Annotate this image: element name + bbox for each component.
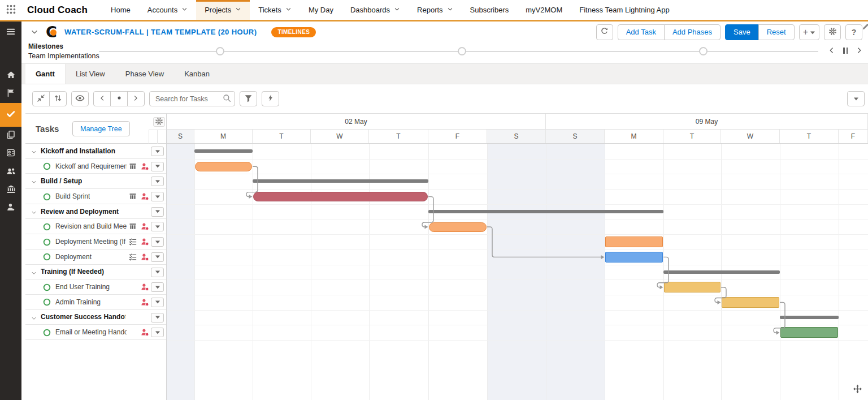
milestone-pause-button[interactable]	[843, 48, 848, 54]
tab-list-view[interactable]: List View	[66, 64, 115, 84]
row-dropdown-button[interactable]	[151, 222, 164, 231]
nav-item-home[interactable]: Home	[102, 0, 139, 20]
gantt-task-bar-deployment-meeting-if-nee[interactable]	[605, 236, 663, 247]
row-dropdown-button[interactable]	[151, 252, 164, 262]
milestone-marker-1[interactable]	[216, 47, 224, 55]
pan-move-icon[interactable]	[853, 384, 862, 396]
gantt-phase-bar-review-and-deployment[interactable]	[428, 210, 663, 213]
phase-row-review-and-deployment[interactable]: Review and Deployment	[25, 204, 166, 220]
task-status-circle[interactable]	[43, 298, 51, 308]
sidebar-item-flag[interactable]	[0, 85, 21, 103]
nav-item-projects[interactable]: Projects	[196, 0, 250, 20]
milestone-marker-2[interactable]	[458, 47, 466, 55]
nav-item-tickets[interactable]: Tickets	[250, 0, 300, 20]
expand-order-button[interactable]	[49, 91, 67, 106]
task-status-circle[interactable]	[43, 253, 51, 263]
task-status-circle[interactable]	[43, 238, 51, 248]
visibility-eye-button[interactable]	[71, 91, 89, 106]
nav-item-reports[interactable]: Reports	[409, 0, 462, 20]
expand-caret-icon[interactable]	[31, 315, 37, 323]
phase-row-customer-success-handoff[interactable]: Customer Success Handoff	[25, 310, 166, 325]
sidebar-item-bank[interactable]	[0, 181, 21, 199]
row-dropdown-button[interactable]	[151, 147, 164, 156]
sidebar-item-users[interactable]	[0, 163, 21, 181]
expand-caret-icon[interactable]	[31, 149, 37, 157]
settings-gear-button[interactable]	[824, 24, 841, 40]
gantt-phase-bar-build-setup[interactable]	[253, 179, 428, 183]
sidebar-item-home[interactable]	[0, 67, 21, 85]
nav-item-subscribers[interactable]: Subscribers	[462, 0, 518, 20]
tab-kanban[interactable]: Kanban	[174, 64, 220, 84]
scroll-left-button[interactable]	[93, 91, 111, 106]
task-row-kickoff-and-requirements-me[interactable]: Kickoff and Requirements Me...	[25, 159, 166, 174]
row-dropdown-button[interactable]	[151, 328, 164, 337]
nav-item-dashboards[interactable]: Dashboards	[342, 0, 409, 20]
sidebar-item-check[interactable]	[0, 103, 21, 127]
milestone-next-button[interactable]	[856, 46, 863, 54]
gantt-phase-bar-kickoff-and-installation[interactable]	[194, 149, 253, 153]
task-row-end-user-training[interactable]: End User Training	[25, 279, 166, 295]
task-row-deployment[interactable]: Deployment	[25, 250, 166, 265]
critical-path-button[interactable]	[262, 91, 279, 106]
task-row-email-or-meeting-handoff[interactable]: Email or Meeting Handoff	[25, 325, 166, 340]
nav-item-accounts[interactable]: Accounts	[139, 0, 196, 20]
task-status-circle[interactable]	[43, 162, 51, 172]
task-row-deployment-meeting-if-nee[interactable]: Deployment Meeting (If Nee...	[25, 234, 166, 250]
manage-tree-button[interactable]: Manage Tree	[72, 121, 130, 136]
filter-button[interactable]	[240, 91, 257, 106]
reset-button[interactable]: Reset	[758, 24, 795, 40]
expand-caret-icon[interactable]	[31, 179, 37, 187]
row-dropdown-button[interactable]	[151, 268, 164, 277]
collapse-all-button[interactable]	[32, 91, 50, 106]
add-menu-button[interactable]: +	[799, 24, 819, 40]
row-dropdown-button[interactable]	[151, 282, 164, 292]
task-status-circle[interactable]	[43, 329, 51, 338]
milestone-prev-button[interactable]	[827, 46, 835, 54]
row-dropdown-button[interactable]	[151, 313, 164, 322]
phase-row-training-if-needed[interactable]: Training (If Needed)	[25, 265, 166, 280]
gantt-task-bar-end-user-training[interactable]	[664, 282, 721, 293]
header-collapse-chevron-icon[interactable]	[28, 28, 41, 36]
phase-row-kickoff-and-installation[interactable]: Kickoff and Installation	[25, 144, 166, 159]
row-dropdown-button[interactable]	[151, 177, 164, 186]
app-launcher-button[interactable]	[0, 0, 21, 20]
save-button[interactable]: Save	[725, 24, 759, 40]
project-title-link[interactable]: WATER-SCRUM-FALL | TEAM TEMPLATE (20 HOU…	[64, 28, 257, 36]
row-dropdown-button[interactable]	[151, 162, 164, 171]
row-dropdown-button[interactable]	[151, 207, 164, 217]
gantt-task-bar-revision-and-build-meeting[interactable]	[429, 222, 487, 232]
sidebar-item-menu[interactable]	[0, 21, 21, 44]
add-phases-button[interactable]: Add Phases	[664, 24, 721, 40]
row-dropdown-button[interactable]	[151, 192, 164, 201]
sidebar-item-board[interactable]	[0, 145, 21, 163]
nav-item-myv2mom[interactable]: myV2MOM	[517, 0, 571, 20]
gantt-task-bar-deployment[interactable]	[605, 252, 663, 263]
gantt-phase-bar-customer-success-handoff[interactable]	[780, 316, 839, 319]
gantt-phase-bar-training-if-needed[interactable]	[663, 270, 780, 274]
expand-caret-icon[interactable]	[31, 209, 37, 217]
toolbar-more-dropdown[interactable]	[847, 91, 865, 106]
focus-today-button[interactable]	[110, 91, 128, 106]
scroll-right-button[interactable]	[127, 91, 145, 106]
task-row-revision-and-build-meeting[interactable]: Revision and Build Meeting	[25, 219, 166, 234]
task-status-circle[interactable]	[43, 283, 51, 293]
add-task-button[interactable]: Add Task	[618, 24, 665, 40]
tab-gantt[interactable]: Gantt	[25, 64, 66, 84]
row-dropdown-button[interactable]	[151, 237, 164, 247]
task-status-circle[interactable]	[43, 193, 51, 203]
gantt-task-bar-kickoff-and-requirements-me[interactable]	[195, 162, 252, 171]
sidebar-item-copy[interactable]	[0, 127, 21, 145]
phase-row-build-setup[interactable]: Build / Setup	[25, 174, 166, 189]
task-row-admin-training[interactable]: Admin Training	[25, 295, 166, 310]
edit-pencil-icon[interactable]	[862, 23, 868, 33]
gantt-task-bar-email-or-meeting-handoff[interactable]	[780, 327, 838, 338]
sidebar-item-person[interactable]	[0, 199, 21, 217]
nav-item-my-day[interactable]: My Day	[300, 0, 342, 20]
expand-caret-icon[interactable]	[31, 270, 37, 278]
tree-settings-gear-button[interactable]	[153, 117, 165, 127]
task-row-build-sprint[interactable]: Build Sprint	[25, 189, 166, 204]
nav-item-fitness-team-lightning-app[interactable]: Fitness Team Lightning App	[571, 0, 678, 20]
help-button[interactable]: ?	[845, 24, 862, 40]
row-dropdown-button[interactable]	[151, 298, 164, 307]
refresh-button[interactable]	[596, 24, 613, 40]
